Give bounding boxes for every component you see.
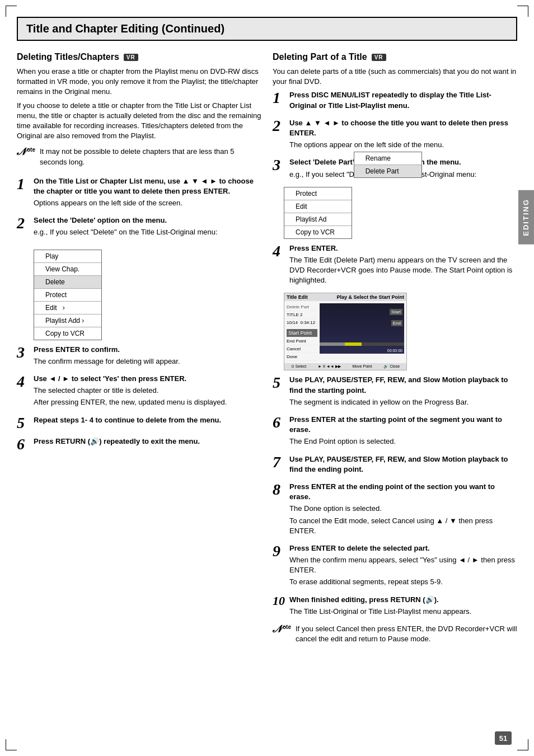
menu-item-playlistadd: Playlist Add ›: [34, 314, 101, 327]
menu-item-copytovcrL: Copy to VCR: [34, 327, 101, 340]
right-step-2-title: Use ▲ ▼ ◄ ► to choose the title you want…: [289, 118, 517, 138]
menu-item-edit: Edit ›: [34, 302, 101, 314]
left-step-3: 3 Press ENTER to confirm. The confirm me…: [17, 345, 261, 368]
right-menu-edit: Edit: [284, 200, 352, 213]
start-point-label: Start Point: [287, 329, 317, 337]
start-label: Start: [390, 309, 402, 315]
left-step-4-sub2: After pressing ENTER, the new, updated m…: [34, 397, 261, 407]
right-step-5-title: Use PLAY, PAUSE/STEP, FF, REW, and Slow …: [289, 375, 517, 395]
cancel-label: Cancel: [287, 345, 317, 353]
left-step-5: 5 Repeat steps 1- 4 to continue to delet…: [17, 415, 261, 431]
done-label: Done: [287, 353, 317, 361]
right-note-icon: 𝒩: [273, 624, 280, 634]
right-menu-copytovcrR: Copy to VCR: [284, 226, 352, 238]
menu-item-play: Play: [34, 250, 101, 263]
right-step-9-sub1: When the confirm menu appears, select "Y…: [289, 555, 517, 575]
right-intro: You can delete parts of a title (such as…: [273, 67, 517, 87]
right-menu-box: Protect Edit Playlist Ad Copy to VCR: [284, 187, 352, 239]
right-submenu-box: Rename Delete Part: [354, 152, 422, 178]
title-edit-header: Title Edit Play & Select the Start Point: [284, 293, 406, 301]
left-step-3-title: Press ENTER to confirm.: [34, 345, 261, 355]
left-intro-p2: If you choose to delete a title or chapt…: [17, 101, 261, 142]
right-step-9: 9 Press ENTER to delete the selected par…: [273, 543, 517, 589]
right-step-4-sub: The Title Edit (Delete Part) menu appear…: [289, 255, 517, 286]
left-step-6-title: Press RETURN (🔊) repeatedly to exit the …: [34, 436, 261, 447]
right-step-6-sub: The End Point option is selected.: [289, 436, 517, 447]
left-step-4-title: Use ◄ / ► to select 'Yes' then press ENT…: [34, 374, 261, 384]
left-step-5-title: Repeat steps 1- 4 to continue to delete …: [34, 415, 261, 425]
right-step-6-title: Press ENTER at the starting point of the…: [289, 415, 517, 435]
right-note: 𝒩 ote If you select Cancel then press EN…: [273, 624, 517, 647]
right-step-8-sub1: The Done option is selected.: [289, 504, 517, 514]
right-step-5: 5 Use PLAY, PAUSE/STEP, FF, REW, and Slo…: [273, 375, 517, 409]
right-menu-area: Protect Edit Playlist Ad Copy to VCR Ren…: [273, 187, 517, 239]
left-step-1-title: On the Title List or Chapter List menu, …: [34, 176, 261, 196]
right-menu-protect: Protect: [284, 187, 352, 200]
right-step-6: 6 Press ENTER at the starting point of t…: [273, 415, 517, 449]
right-step-8: 8 Press ENTER at the ending point of the…: [273, 482, 517, 538]
right-step-1-title: Press DISC MENU/LIST repeatedly to displ…: [289, 90, 517, 110]
right-note-text: If you select Cancel then press ENTER, t…: [296, 624, 517, 644]
right-step-4: 4 Press ENTER. The Title Edit (Delete Pa…: [273, 243, 517, 288]
right-step-2: 2 Use ▲ ▼ ◄ ► to choose the title you wa…: [273, 118, 517, 152]
right-step-7: 7 Use PLAY, PAUSE/STEP, FF, REW, and Slo…: [273, 454, 517, 476]
right-step-2-sub: The options appear on the left side of t…: [289, 140, 517, 150]
left-step-1: 1 On the Title List or Chapter List menu…: [17, 176, 261, 210]
right-step-7-title: Use PLAY, PAUSE/STEP, FF, REW, and Slow …: [289, 454, 517, 475]
left-section-title: Deleting Titles/Chapters VR: [17, 52, 261, 62]
title-edit-screen: Start End 00:00:00: [320, 303, 404, 354]
left-menu-box: Play View Chap. Delete Protect Edit › Pl…: [34, 250, 102, 340]
left-step-4: 4 Use ◄ / ► to select 'Yes' then press E…: [17, 374, 261, 410]
left-step-4-sub1: The selected chapter or title is deleted…: [34, 386, 261, 396]
end-label: End: [391, 320, 402, 326]
right-column: Deleting Part of a Title VR You can dele…: [273, 52, 517, 653]
title-edit-screenshot: Title Edit Play & Select the Start Point…: [284, 293, 407, 370]
menu-item-delete: Delete: [34, 276, 101, 289]
end-point-label: End Point: [287, 337, 317, 345]
right-step-10-title: When finished editing, press RETURN (🔊).: [289, 595, 517, 605]
timecode: 00:00:00: [387, 349, 402, 353]
page-number: 51: [495, 731, 512, 745]
vr-badge-right: VR: [372, 54, 386, 61]
left-step-2-title: Select the 'Delete' option on the menu.: [34, 215, 261, 226]
right-step-9-title: Press ENTER to delete the selected part.: [289, 543, 517, 553]
left-step-3-sub: The confirm message for deleting will ap…: [34, 356, 261, 367]
title-edit-controls: ⊙ Select ► II ◄◄ ▶▶ Move Point 🔊 Close: [284, 363, 406, 370]
vr-badge-left: VR: [124, 54, 138, 61]
right-section-title: Deleting Part of a Title VR: [273, 52, 517, 62]
left-note: 𝒩 ote It may not be possible to delete c…: [17, 147, 261, 170]
menu-item-viewchap: View Chap.: [34, 263, 101, 276]
right-submenu-deletepart: Delete Part: [354, 165, 421, 177]
page-title: Title and Chapter Editing (Continued): [26, 22, 508, 35]
right-step-9-sub2: To erase additional segments, repeat ste…: [289, 577, 517, 587]
left-step-2: 2 Select the 'Delete' option on the menu…: [17, 215, 261, 239]
left-column: Deleting Titles/Chapters VR When you era…: [17, 52, 261, 653]
left-step-1-sub: Options appears on the left side of the …: [34, 198, 261, 208]
right-menu-playlistad: Playlist Ad: [284, 213, 352, 226]
left-note-text: It may not be possible to delete chapter…: [40, 147, 261, 167]
right-submenu-rename: Rename: [354, 152, 421, 165]
right-step-10: 10 When finished editing, press RETURN (…: [273, 595, 517, 618]
right-step-1: 1 Press DISC MENU/LIST repeatedly to dis…: [273, 90, 517, 112]
page-header: Title and Chapter Editing (Continued): [17, 17, 517, 41]
left-intro-p1: When you erase a title or chapter from t…: [17, 67, 261, 97]
left-step-6: 6 Press RETURN (🔊) repeatedly to exit th…: [17, 436, 261, 452]
menu-item-protect: Protect: [34, 289, 101, 302]
right-step-5-sub: The segment is indicated in yellow on th…: [289, 397, 517, 407]
left-step-2-sub: e.g., If you select "Delete" on the Titl…: [34, 227, 261, 237]
right-step-4-title: Press ENTER.: [289, 243, 517, 253]
right-step-8-sub2: To cancel the Edit mode, select Cancel u…: [289, 516, 517, 536]
right-step-8-title: Press ENTER at the ending point of the s…: [289, 482, 517, 502]
title-edit-left-panel: Delete Part TITLE 2 10/14 0:34:12 Start …: [287, 303, 317, 361]
note-icon: 𝒩: [17, 147, 25, 157]
right-step-10-sub: The Title List-Original or Title List-Pl…: [289, 607, 517, 617]
